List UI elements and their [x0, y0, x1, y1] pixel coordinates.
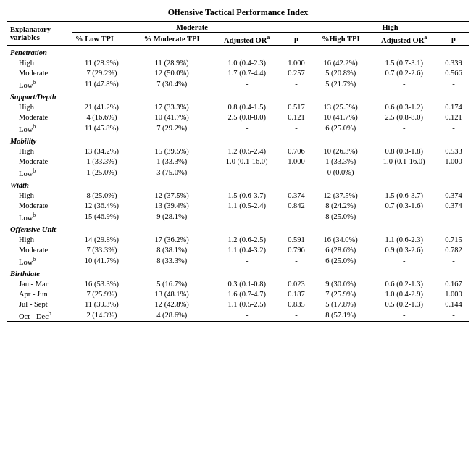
cell-c7: 0.167 — [438, 278, 469, 288]
cell-c6: 0.6 (0.3-1.2) — [369, 101, 438, 112]
cell-c6: 1.0 (0.4-2.9) — [369, 288, 438, 299]
cell-c2: 1 (33.3%) — [131, 156, 213, 166]
sup-a-mod: a — [267, 34, 270, 41]
cell-c4: 0.187 — [281, 288, 312, 299]
table-row: High21 (41.2%)17 (33.3%)0.8 (0.4-1.5)0.5… — [7, 101, 469, 112]
cell-c3: 1.2 (0.6-2.5) — [212, 234, 281, 244]
section-label: Mobility — [7, 134, 469, 146]
cell-c4: - — [281, 122, 312, 134]
cell-c2: 8 (38.1%) — [131, 244, 213, 254]
cell-c3: - — [212, 122, 281, 134]
section-label-row: Width — [7, 178, 469, 191]
cell-c3: 1.5 (0.6-3.7) — [212, 190, 281, 200]
cell-c3: 1.0 (0.4-2.3) — [212, 57, 281, 67]
cell-c1: 11 (47.8%) — [72, 78, 131, 90]
cell-c5: 6 (25.0%) — [312, 122, 369, 134]
header-high-tpi: %High TPI — [312, 33, 369, 46]
cell-c4: - — [281, 78, 312, 90]
main-title: Offensive Tactical Performance Index — [7, 7, 469, 18]
cell-c1: 14 (29.8%) — [72, 234, 131, 244]
cell-c2: 7 (29.2%) — [131, 122, 213, 134]
cell-c7: 0.715 — [438, 234, 469, 244]
cell-c3: 1.6 (0.7-4.7) — [212, 288, 281, 299]
cell-c4: 0.023 — [281, 278, 312, 288]
cell-c4: 0.374 — [281, 190, 312, 200]
cell-c2: 5 (16.7%) — [131, 278, 213, 288]
cell-c3: 1.0 (0.1-16.0) — [212, 156, 281, 166]
section-label: Penetration — [7, 45, 469, 57]
cell-c7: 1.000 — [438, 156, 469, 166]
section-label: Support/Depth — [7, 90, 469, 102]
section-label: Offensive Unit — [7, 223, 469, 235]
cell-c1: 7 (29.2%) — [72, 67, 131, 78]
cell-c7: - — [438, 254, 469, 267]
cell-c6: 1.0 (0.1-16.0) — [369, 156, 438, 166]
section-label-row: Mobility — [7, 134, 469, 146]
cell-c2: 13 (48.1%) — [131, 288, 213, 299]
cell-c3: - — [212, 309, 281, 321]
table-row: Moderate7 (29.2%)12 (50.0%)1.7 (0.7-4.4)… — [7, 67, 469, 78]
cell-c4: 0.835 — [281, 299, 312, 309]
cell-c4: - — [281, 210, 312, 223]
cell-c5: 6 (25.0%) — [312, 254, 369, 267]
table-row: Lowb10 (41.7%)8 (33.3%)--6 (25.0%)-- — [7, 254, 469, 267]
header-p-high: p — [438, 33, 469, 46]
header-adj-or-mod: Adjusted ORa — [212, 33, 281, 46]
table-row: High11 (28.9%)11 (28.9%)1.0 (0.4-2.3)1.0… — [7, 57, 469, 67]
row-label: High — [7, 234, 72, 244]
cell-c4: - — [281, 254, 312, 267]
row-sup: b — [33, 79, 36, 86]
row-label: High — [7, 57, 72, 67]
row-sup: b — [33, 123, 36, 130]
cell-c1: 21 (41.2%) — [72, 101, 131, 112]
table-row: High14 (29.8%)17 (36.2%)1.2 (0.6-2.5)0.5… — [7, 234, 469, 244]
cell-c3: - — [212, 166, 281, 178]
cell-c7: 0.339 — [438, 57, 469, 67]
cell-c2: 4 (28.6%) — [131, 309, 213, 321]
cell-c5: 0 (0.0%) — [312, 166, 369, 178]
cell-c2: 12 (42.8%) — [131, 299, 213, 309]
table-row: Oct - Decb2 (14.3%)4 (28.6%)--8 (57.1%)-… — [7, 309, 469, 321]
cell-c2: 12 (37.5%) — [131, 190, 213, 200]
table-row: High8 (25.0%)12 (37.5%)1.5 (0.6-3.7)0.37… — [7, 190, 469, 200]
cell-c5: 9 (30.0%) — [312, 278, 369, 288]
cell-c4: 0.121 — [281, 112, 312, 122]
cell-c6: 0.7 (0.3-1.6) — [369, 200, 438, 210]
table-row: Moderate12 (36.4%)13 (39.4%)1.1 (0.5-2.4… — [7, 200, 469, 210]
header-row-sub: % Low TPI % Moderate TPI Adjusted ORa p … — [7, 33, 469, 46]
cell-c7: 0.533 — [438, 146, 469, 156]
table-row: Jul - Sept11 (39.3%)12 (42.8%)1.1 (0.5-2… — [7, 299, 469, 309]
header-explanatory: Explanatory variables — [7, 22, 72, 46]
cell-c1: 7 (25.9%) — [72, 288, 131, 299]
row-sup: b — [33, 212, 36, 218]
row-sup: b — [49, 310, 51, 317]
cell-c2: 8 (33.3%) — [131, 254, 213, 267]
cell-c3: 2.5 (0.8-8.0) — [212, 112, 281, 122]
cell-c4: 0.706 — [281, 146, 312, 156]
row-label: Moderate — [7, 244, 72, 254]
cell-c5: 7 (25.9%) — [312, 288, 369, 299]
cell-c4: 0.517 — [281, 101, 312, 112]
cell-c1: 7 (33.3%) — [72, 244, 131, 254]
cell-c5: 12 (37.5%) — [312, 190, 369, 200]
cell-c5: 5 (20.8%) — [312, 67, 369, 78]
cell-c2: 12 (50.0%) — [131, 67, 213, 78]
header-moderate-tpi: % Moderate TPI — [131, 33, 213, 46]
row-label: Moderate — [7, 200, 72, 210]
row-label: Lowb — [7, 122, 72, 134]
cell-c6: 2.5 (0.8-8.0) — [369, 112, 438, 122]
cell-c5: 6 (28.6%) — [312, 244, 369, 254]
cell-c5: 1 (33.3%) — [312, 156, 369, 166]
cell-c4: - — [281, 309, 312, 321]
cell-c3: 1.1 (0.5-2.4) — [212, 200, 281, 210]
cell-c2: 10 (41.7%) — [131, 112, 213, 122]
cell-c7: 0.374 — [438, 190, 469, 200]
cell-c7: - — [438, 210, 469, 223]
cell-c7: 0.374 — [438, 200, 469, 210]
section-label-row: Penetration — [7, 45, 469, 57]
cell-c7: 0.566 — [438, 67, 469, 78]
cell-c5: 10 (26.3%) — [312, 146, 369, 156]
cell-c2: 3 (75.0%) — [131, 166, 213, 178]
row-label: Moderate — [7, 112, 72, 122]
cell-c5: 10 (41.7%) — [312, 112, 369, 122]
